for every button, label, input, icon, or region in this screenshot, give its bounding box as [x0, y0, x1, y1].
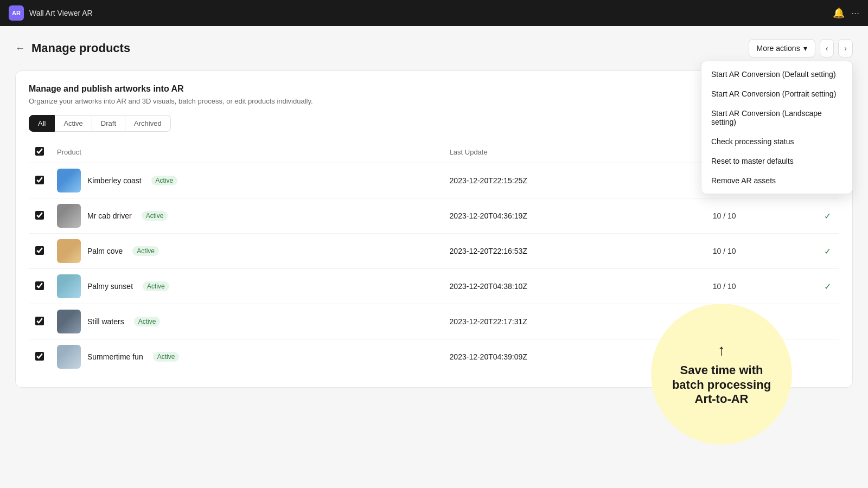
last-update-cell: 2023-12-20T22:17:31Z	[443, 304, 706, 339]
product-cell: Palmy sunset Active	[57, 274, 437, 298]
product-thumbnail	[57, 239, 81, 263]
row-checkbox[interactable]	[35, 211, 44, 220]
select-all-checkbox[interactable]	[35, 147, 44, 156]
page-title: Manage products	[31, 41, 130, 55]
product-cell: Still waters Active	[57, 310, 437, 333]
filter-tab-draft[interactable]: Draft	[92, 115, 125, 132]
row-checkbox[interactable]	[35, 352, 44, 361]
col-header-last-update: Last Update	[443, 142, 706, 163]
check-cell: ✓	[818, 234, 839, 269]
row-checkbox[interactable]	[35, 317, 44, 325]
last-update-cell: 2023-12-20T04:36:19Z	[443, 198, 706, 234]
filter-tab-archived[interactable]: Archived	[125, 115, 171, 132]
last-update-cell: 2023-12-20T22:16:53Z	[443, 234, 706, 269]
chevron-down-icon: ▾	[803, 44, 807, 53]
table-row: Mr cab driver Active 2023-12-20T04:36:19…	[29, 198, 839, 234]
page: ← Manage products More actions ▾ ‹ › Sta…	[0, 26, 868, 488]
topbar-left: AR Wall Art Viewer AR	[9, 5, 93, 21]
status-badge: Active	[151, 176, 178, 185]
check-cell: ✓	[818, 198, 839, 234]
app-logo: AR	[9, 5, 24, 21]
status-badge: Active	[132, 246, 159, 256]
variants-cell: 10 / 10	[706, 269, 818, 304]
dropdown-item-remove-assets[interactable]: Remove AR assets	[701, 171, 852, 190]
row-checkbox[interactable]	[35, 246, 44, 255]
product-name: Kimberley coast	[87, 176, 142, 185]
last-update-cell: 2023-12-20T22:15:25Z	[443, 163, 706, 198]
product-thumbnail	[57, 345, 81, 369]
dropdown-item-reset-master[interactable]: Reset to master defaults	[701, 151, 852, 171]
product-cell: Kimberley coast Active	[57, 169, 437, 192]
variants-cell: 10 / 10	[706, 339, 818, 375]
row-checkbox[interactable]	[35, 176, 44, 184]
status-badge: Active	[143, 281, 169, 291]
check-icon: ✓	[824, 247, 831, 256]
product-thumbnail	[57, 204, 81, 228]
page-header-right: More actions ▾ ‹ › Start AR Conversion (…	[749, 39, 853, 57]
dropdown-item-start-landscape[interactable]: Start AR Conversion (Landscape setting)	[701, 104, 852, 132]
more-actions-label: More actions	[757, 44, 800, 53]
app-name: Wall Art Viewer AR	[29, 9, 93, 17]
filter-tab-active[interactable]: Active	[55, 115, 92, 132]
nav-prev-button[interactable]: ‹	[820, 39, 834, 57]
check-icon: ✓	[824, 282, 831, 291]
product-thumbnail	[57, 169, 81, 192]
check-cell	[818, 339, 839, 375]
bell-icon[interactable]: 🔔	[833, 7, 845, 19]
product-name: Still waters	[87, 317, 124, 326]
dropdown-menu: Start AR Conversion (Default setting) St…	[701, 61, 853, 194]
nav-next-button[interactable]: ›	[838, 39, 853, 57]
product-name: Palm cove	[87, 247, 123, 255]
more-icon[interactable]: ···	[851, 8, 859, 19]
table-row: Summertime fun Active 2023-12-20T04:39:0…	[29, 339, 839, 375]
table-row: Still waters Active 2023-12-20T22:17:31Z…	[29, 304, 839, 339]
dropdown-item-check-status[interactable]: Check processing status	[701, 132, 852, 151]
product-name: Mr cab driver	[87, 211, 132, 220]
page-header-left: ← Manage products	[15, 41, 130, 55]
status-badge: Active	[134, 317, 161, 326]
product-cell: Summertime fun Active	[57, 345, 437, 369]
check-icon: ✓	[824, 211, 831, 221]
product-thumbnail	[57, 274, 81, 298]
dropdown-item-start-default[interactable]: Start AR Conversion (Default setting)	[701, 65, 852, 84]
last-update-cell: 2023-12-20T04:39:09Z	[443, 339, 706, 375]
table-row: Palmy sunset Active 2023-12-20T04:38:10Z…	[29, 269, 839, 304]
page-header: ← Manage products More actions ▾ ‹ › Sta…	[15, 39, 853, 57]
more-actions-button[interactable]: More actions ▾	[749, 39, 815, 57]
back-button[interactable]: ←	[15, 43, 25, 54]
status-badge: Active	[142, 211, 168, 221]
topbar-right: 🔔 ···	[833, 7, 859, 19]
check-cell	[818, 304, 839, 339]
col-header-product: Product	[50, 142, 443, 163]
topbar: AR Wall Art Viewer AR 🔔 ···	[0, 0, 868, 26]
last-update-cell: 2023-12-20T04:38:10Z	[443, 269, 706, 304]
product-name: Palmy sunset	[87, 282, 133, 291]
product-name: Summertime fun	[87, 352, 143, 361]
variants-cell: 10 / 10	[706, 198, 818, 234]
product-cell: Mr cab driver Active	[57, 204, 437, 228]
row-checkbox[interactable]	[35, 281, 44, 290]
variants-cell: 10 / 10	[706, 234, 818, 269]
variants-cell: 10 / 10	[706, 304, 818, 339]
status-badge: Active	[153, 352, 180, 362]
product-cell: Palm cove Active	[57, 239, 437, 263]
filter-tab-all[interactable]: All	[29, 115, 55, 132]
product-thumbnail	[57, 310, 81, 333]
table-row: Palm cove Active 2023-12-20T22:16:53Z 10…	[29, 234, 839, 269]
dropdown-item-start-portrait[interactable]: Start AR Conversion (Portrait setting)	[701, 84, 852, 104]
check-cell: ✓	[818, 269, 839, 304]
